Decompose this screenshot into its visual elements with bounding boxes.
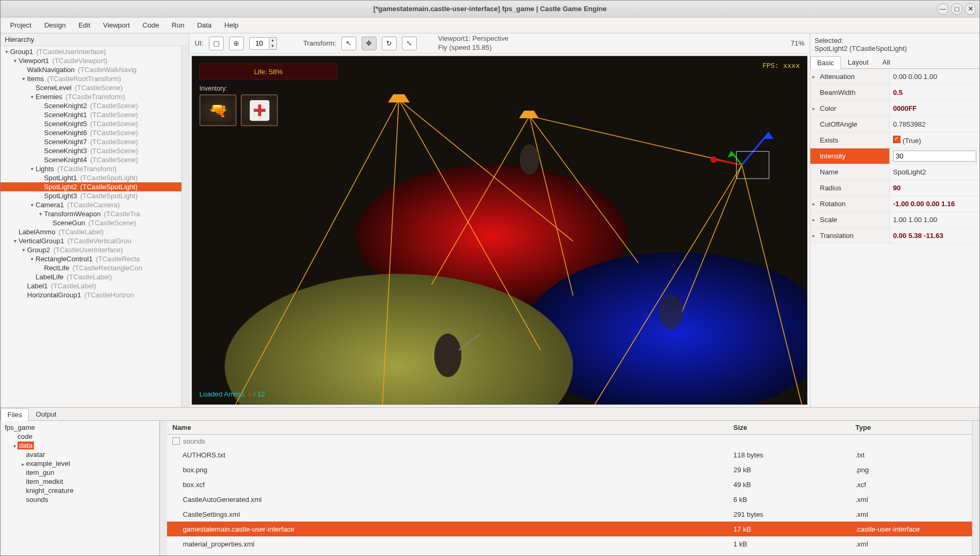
tool-move[interactable]: ✥	[362, 37, 377, 50]
ft-node-avatar[interactable]: avatar	[3, 450, 157, 459]
menu-edit[interactable]: Edit	[73, 19, 95, 31]
tree-node-LabelAmmo[interactable]: LabelAmmo(TCastleLabel)	[1, 227, 181, 236]
prop-value[interactable]: 90	[890, 184, 979, 192]
tree-node-SceneKnight1[interactable]: SceneKnight1(TCastleScene)	[1, 110, 181, 119]
hierarchy-tree[interactable]: ▾Group1(TCastleUserInterface)▾Viewport1(…	[1, 46, 181, 407]
prop-tab-all[interactable]: All	[876, 56, 897, 68]
prop-row-intensity[interactable]: Intensity	[810, 148, 979, 164]
tree-node-Label1[interactable]: Label1(TCastleLabel)	[1, 281, 181, 290]
col-size-header[interactable]: Size	[728, 422, 850, 433]
file-row-box.xcf[interactable]: box.xcf49 kB.xcf	[167, 477, 972, 492]
tree-node-SceneKnight4[interactable]: SceneKnight4(TCastleScene)	[1, 155, 181, 164]
tree-twisty[interactable]: ▾	[28, 202, 36, 208]
prop-expand-icon[interactable]: ▸	[812, 105, 815, 111]
property-grid[interactable]: Attenuation▸0.00 0.00 1.00BeamWidth0.5Co…	[810, 69, 979, 407]
minimize-button[interactable]: —	[937, 3, 949, 15]
prop-value[interactable]: -1.00 0.00 0.00 1.16	[890, 200, 979, 208]
prop-value[interactable]: 0.00 5.38 -11.63	[890, 232, 979, 240]
file-row-CastleSettings.xml[interactable]: CastleSettings.xml291 bytes.xml	[167, 507, 972, 522]
prop-value[interactable]: 0.5	[890, 89, 979, 96]
tree-twisty[interactable]: ▾	[20, 247, 27, 253]
prop-expand-icon[interactable]: ▸	[812, 74, 815, 80]
prop-row-rotation[interactable]: Rotation▸-1.00 0.00 0.00 1.16	[810, 196, 979, 212]
tool-scale[interactable]: ⤡	[402, 37, 417, 50]
prop-row-scale[interactable]: Scale▸1.00 1.00 1.00	[810, 212, 979, 228]
tree-node-SceneKnight7[interactable]: SceneKnight7(TCastleScene)	[1, 137, 181, 146]
ft-node-knight_creature[interactable]: knight_creature	[3, 486, 157, 495]
prop-row-name[interactable]: NameSpotLight2	[810, 164, 979, 180]
close-button[interactable]: ✕	[965, 3, 976, 15]
tree-node-VerticalGroup1[interactable]: ▾VerticalGroup1(TCastleVerticalGrou	[1, 236, 181, 245]
file-list-header[interactable]: Name Size Type	[167, 421, 972, 435]
tree-node-SceneGun[interactable]: SceneGun(TCastleScene)	[1, 218, 181, 227]
tree-twisty[interactable]: ▾	[20, 76, 27, 82]
prop-expand-icon[interactable]: ▸	[812, 233, 815, 239]
ft-node-item_gun[interactable]: item_gun	[3, 468, 157, 477]
tree-twisty[interactable]: ▾	[3, 49, 10, 55]
ft-node-example_level[interactable]: ▸example_level	[3, 459, 157, 468]
menu-viewport[interactable]: Viewport	[98, 19, 135, 31]
tree-node-LabelLife[interactable]: LabelLife(TCastleLabel)	[1, 272, 181, 281]
prop-value[interactable]: 0.7853982	[890, 120, 979, 128]
menu-design[interactable]: Design	[39, 19, 71, 31]
file-list-scrollbar[interactable]	[972, 421, 979, 555]
tree-node-Camera1[interactable]: ▾Camera1(TCastleCamera)	[1, 200, 181, 209]
prop-expand-icon[interactable]: ▸	[812, 217, 815, 223]
tree-node-SceneLevel[interactable]: SceneLevel(TCastleScene)	[1, 83, 181, 92]
prop-expand-icon[interactable]: ▸	[812, 201, 815, 207]
prop-value[interactable]: (True)	[890, 136, 979, 145]
tree-twisty[interactable]: ▾	[28, 166, 36, 172]
tree-node-RectangleControl1[interactable]: ▾RectangleControl1(TCastleRecta	[1, 254, 181, 263]
file-row-CastleAutoGenerated.xml[interactable]: CastleAutoGenerated.xml6 kB.xml	[167, 492, 972, 507]
prop-value[interactable]: 0000FF	[890, 104, 979, 112]
tree-twisty[interactable]: ▾	[11, 58, 19, 64]
prop-tab-layout[interactable]: Layout	[841, 56, 876, 68]
tree-node-WalkNavigation[interactable]: WalkNavigation(TCastleWalkNavig	[1, 65, 181, 74]
tree-node-SceneKnight3[interactable]: SceneKnight3(TCastleScene)	[1, 146, 181, 155]
snap-spinner[interactable]: ▴▾	[269, 37, 277, 50]
ft-node-sounds[interactable]: sounds	[3, 495, 157, 504]
prop-value[interactable]: SpotLight2	[890, 168, 979, 176]
tree-twisty[interactable]: ▾	[28, 94, 36, 100]
menu-run[interactable]: Run	[167, 19, 190, 31]
prop-row-exists[interactable]: Exists(True)	[810, 133, 979, 148]
tree-twisty[interactable]: ▾	[37, 211, 44, 217]
prop-row-color[interactable]: Color▸0000FF	[810, 101, 979, 117]
tree-node-Viewport1[interactable]: ▾Viewport1(TCastleViewport)	[1, 56, 181, 65]
tree-node-Items[interactable]: ▾Items(TCastleRootTransform)	[1, 74, 181, 83]
tree-node-SceneKnight2[interactable]: SceneKnight2(TCastleScene)	[1, 101, 181, 110]
file-list[interactable]: soundsAUTHORS.txt118 bytes.txtbox.png29 …	[167, 435, 972, 555]
file-tree[interactable]: fps_gamecode▾dataavatar▸example_levelite…	[1, 421, 160, 555]
tree-node-RectLife[interactable]: RectLife(TCastleRectangleCon	[1, 263, 181, 272]
tree-node-SceneKnight5[interactable]: SceneKnight5(TCastleScene)	[1, 119, 181, 128]
file-folder-cut[interactable]: sounds	[167, 435, 972, 447]
prop-value[interactable]	[890, 151, 979, 162]
ui-select-button[interactable]: ▢	[209, 37, 224, 50]
tree-node-Group1[interactable]: ▾Group1(TCastleUserInterface)	[1, 47, 181, 56]
prop-row-translation[interactable]: Translation▸0.00 5.38 -11.63	[810, 228, 979, 244]
prop-row-beamwidth[interactable]: BeamWidth0.5	[810, 85, 979, 101]
tree-twisty[interactable]: ▾	[11, 238, 19, 244]
file-row-box.png[interactable]: box.png29 kB.png	[167, 462, 972, 477]
prop-tab-basic[interactable]: Basic	[810, 56, 841, 69]
tree-twisty[interactable]: ▾	[28, 256, 36, 262]
prop-value[interactable]: 1.00 1.00 1.00	[890, 216, 979, 224]
prop-value[interactable]: 0.00 0.00 1.00	[890, 73, 979, 81]
menu-help[interactable]: Help	[219, 19, 244, 31]
bottom-tab-files[interactable]: Files	[1, 408, 29, 421]
menu-project[interactable]: Project	[5, 19, 37, 31]
ft-node-code[interactable]: code	[3, 432, 157, 441]
hierarchy-scrollbar[interactable]	[181, 46, 189, 407]
tree-node-Enemies[interactable]: ▾Enemies(TCastleTransform)	[1, 92, 181, 101]
file-row-AUTHORS.txt[interactable]: AUTHORS.txt118 bytes.txt	[167, 447, 972, 462]
ft-node-item_medkit[interactable]: item_medkit	[3, 477, 157, 486]
menu-code[interactable]: Code	[137, 19, 164, 31]
file-row-gamestatemain.castle-user-interface[interactable]: gamestatemain.castle-user-interface17 kB…	[167, 522, 972, 536]
tree-node-Group2[interactable]: ▾Group2(TCastleUserInterface)	[1, 245, 181, 254]
checkbox-icon[interactable]	[172, 437, 180, 445]
tree-node-SpotLight3[interactable]: SpotLight3(TCastleSpotLight)	[1, 191, 181, 200]
tool-pointer[interactable]: ↖	[342, 37, 356, 50]
file-row-material_properties.xml[interactable]: material_properties.xml1 kB.xml	[167, 536, 972, 551]
ui-anchor-button[interactable]: ⊕	[229, 37, 244, 50]
tree-node-SceneKnight6[interactable]: SceneKnight6(TCastleScene)	[1, 128, 181, 137]
